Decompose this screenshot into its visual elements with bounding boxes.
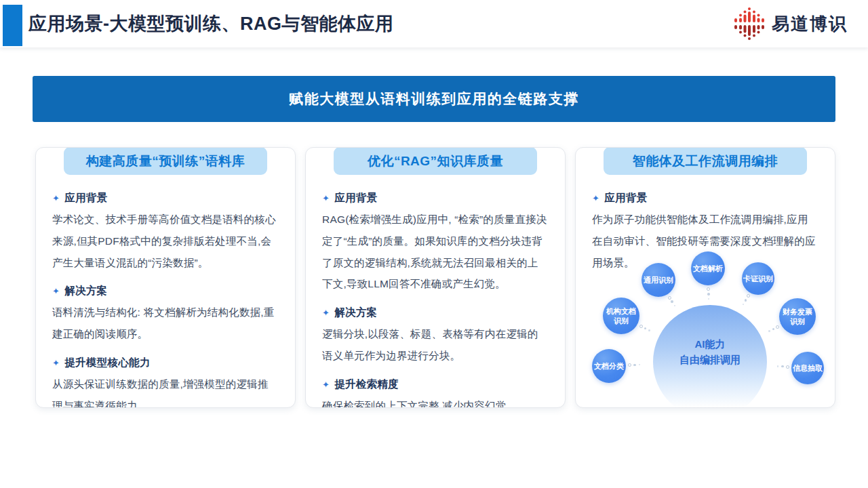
center-circle-label: AI能力 自由编排调用: [653, 336, 767, 368]
connector-dot: [707, 287, 710, 291]
connector-dot: [671, 300, 673, 303]
section-background: ✦应用背景 RAG(检索增强生成)应用中, “检索”的质量直接决定了“生成”的质…: [322, 191, 549, 295]
section-body: 作为原子功能供智能体及工作流调用编排,应用在自动审计、智能投研等需要深度文档理解…: [592, 209, 818, 273]
connector-dot: [745, 299, 747, 302]
section-title: ✦提升模型核心能力: [52, 356, 279, 370]
card-pretrain-corpus: 构建高质量“预训练”语料库 ✦应用背景 学术论文、技术手册等高价值文档是语料的核…: [35, 147, 296, 408]
section-title-text: 解决方案: [64, 285, 107, 296]
section-title: ✦提升检索精度: [322, 378, 549, 392]
connector-dot: [777, 365, 779, 367]
connector-dot: [747, 294, 750, 298]
section-body: 从源头保证训练数据的质量,增强模型的逻辑推理与事实遵循能力。: [52, 373, 279, 408]
connector-dot: [707, 293, 710, 296]
connector-dot: [674, 305, 676, 307]
card-header-pill: 智能体及工作流调用编排: [604, 147, 807, 175]
page-title: 应用场景-大模型预训练、RAG与智能体应用: [28, 0, 394, 47]
section-background: ✦应用背景 学术论文、技术手册等高价值文档是语料的核心来源,但其PDF格式中的复…: [52, 191, 279, 273]
section-title-text: 应用背景: [604, 192, 647, 203]
section-body: 语料清洗与结构化: 将文档解析为结构化数据,重建正确的阅读顺序。: [52, 302, 279, 345]
section-benefit: ✦提升模型核心能力 从源头保证训练数据的质量,增强模型的逻辑推理与事实遵循能力。: [52, 356, 279, 408]
section-body: 确保检索到的上下文完整,减少内容幻觉。: [322, 395, 549, 408]
capability-doc-classify: 文档分类: [592, 349, 626, 383]
connector-dot: [708, 298, 710, 300]
company-logo: 易道博识: [734, 0, 848, 47]
section-title: ✦解决方案: [52, 284, 279, 298]
sparkle-icon: ✦: [322, 380, 330, 390]
connector-dot: [668, 296, 671, 300]
section-title-text: 应用背景: [334, 192, 377, 203]
section-title: ✦应用背景: [322, 191, 549, 205]
card-rag-quality: 优化“RAG”知识库质量 ✦应用背景 RAG(检索增强生成)应用中, “检索”的…: [305, 147, 566, 408]
connector-dot: [633, 364, 636, 367]
company-logo-text: 易道博识: [772, 12, 848, 36]
section-title-text: 应用背景: [64, 192, 107, 203]
sparkle-icon: ✦: [52, 358, 60, 368]
section-body: 学术论文、技术手册等高价值文档是语料的核心来源,但其PDF格式中的复杂排版若处理…: [52, 209, 279, 273]
section-body: 逻辑分块,以段落、标题、表格等有内在逻辑的语义单元作为边界进行分块。: [322, 323, 549, 367]
connector-dot: [772, 328, 775, 331]
connector-dot: [786, 365, 789, 369]
sparkle-icon: ✦: [322, 308, 330, 318]
capability-info-extract: 信息抽取: [791, 352, 824, 384]
section-title-text: 提升模型核心能力: [64, 357, 150, 368]
sparkle-icon: ✦: [52, 193, 60, 203]
section-title: ✦解决方案: [322, 306, 549, 320]
banner: 赋能大模型从语料训练到应用的全链路支撑: [33, 76, 835, 122]
slide-header: 应用场景-大模型预训练、RAG与智能体应用: [0, 0, 868, 47]
connector-dot: [776, 325, 779, 329]
card-agent-workflow: 智能体及工作流调用编排 ✦应用背景 作为原子功能供智能体及工作流调用编排,应用在…: [575, 147, 835, 408]
connector-dot: [768, 330, 770, 332]
section-body: RAG(检索增强生成)应用中, “检索”的质量直接决定了“生成”的质量。如果知识…: [322, 209, 549, 295]
section-benefit: ✦提升检索精度 确保检索到的上下文完整,减少内容幻觉。: [322, 378, 549, 408]
section-title-text: 解决方案: [334, 306, 377, 318]
connector-dot: [644, 327, 647, 330]
section-solution: ✦解决方案 语料清洗与结构化: 将文档解析为结构化数据,重建正确的阅读顺序。: [52, 284, 279, 345]
section-title-text: 提升检索精度: [334, 378, 399, 390]
card-header-pill: 优化“RAG”知识库质量: [334, 147, 537, 175]
connector-dot: [648, 329, 650, 331]
sparkle-icon: ✦: [322, 193, 330, 203]
capability-invoice: 财务发票 识别: [779, 298, 816, 335]
connector-dot: [781, 365, 784, 368]
card-header-pill: 构建高质量“预训练”语料库: [64, 147, 267, 175]
section-title: ✦应用背景: [52, 191, 279, 205]
section-title: ✦应用背景: [592, 191, 818, 205]
connector-dot: [743, 304, 745, 306]
connector-dot: [639, 364, 641, 366]
sparkle-icon: ✦: [52, 286, 60, 296]
yidao-logo-icon: [734, 7, 764, 40]
slide: 应用场景-大模型预训练、RAG与智能体应用: [0, 0, 868, 488]
center-circle: [653, 305, 767, 408]
header-accent-bar: [3, 5, 22, 46]
capability-org-doc: 机构文档 识别: [603, 298, 639, 334]
section-solution: ✦解决方案 逻辑分块,以段落、标题、表格等有内在逻辑的语义单元作为边界进行分块。: [322, 306, 549, 367]
sparkle-icon: ✦: [592, 193, 599, 203]
connector-dot: [628, 363, 631, 367]
connector-dot: [639, 325, 643, 328]
section-background: ✦应用背景 作为原子功能供智能体及工作流调用编排,应用在自动审计、智能投研等需要…: [592, 191, 818, 273]
